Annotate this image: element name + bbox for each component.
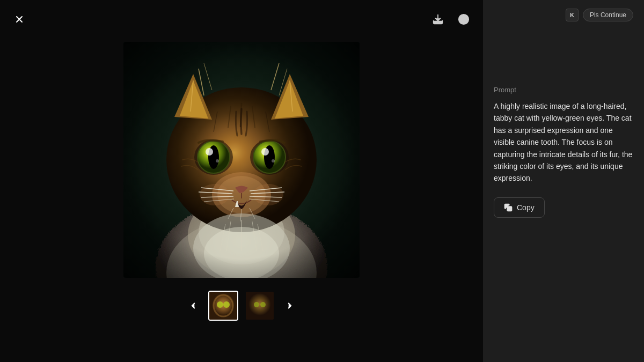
svg-point-62 bbox=[217, 301, 223, 308]
next-arrow-button[interactable] bbox=[281, 297, 298, 314]
close-button[interactable] bbox=[11, 11, 28, 28]
svg-point-67 bbox=[260, 302, 266, 307]
image-panel bbox=[0, 0, 483, 362]
prompt-text: A highly realistic image of a long-haire… bbox=[494, 100, 633, 184]
info-button[interactable] bbox=[455, 11, 472, 28]
prompt-label: Prompt bbox=[494, 86, 633, 94]
copy-icon bbox=[504, 203, 513, 212]
prompt-section: Prompt A highly realistic image of a lon… bbox=[494, 86, 633, 218]
prev-arrow-button[interactable] bbox=[185, 297, 202, 314]
copy-label: Copy bbox=[517, 203, 535, 212]
svg-rect-65 bbox=[246, 292, 274, 320]
continue-button[interactable]: Pls Continue bbox=[583, 9, 633, 21]
svg-rect-60 bbox=[123, 42, 360, 278]
svg-point-63 bbox=[223, 301, 230, 308]
k-badge: K bbox=[566, 9, 579, 21]
toolbar-right bbox=[429, 11, 472, 28]
thumbnail-1[interactable] bbox=[208, 291, 238, 321]
main-image bbox=[123, 42, 360, 278]
download-button[interactable] bbox=[429, 11, 447, 28]
svg-rect-68 bbox=[507, 206, 512, 211]
svg-point-66 bbox=[254, 302, 259, 307]
right-panel: K Pls Continue Prompt A highly realistic… bbox=[483, 0, 644, 362]
copy-button[interactable]: Copy bbox=[494, 197, 545, 218]
thumbnail-2[interactable] bbox=[245, 291, 275, 321]
thumbnail-strip bbox=[185, 291, 298, 321]
panel-header: K Pls Continue bbox=[494, 9, 633, 21]
